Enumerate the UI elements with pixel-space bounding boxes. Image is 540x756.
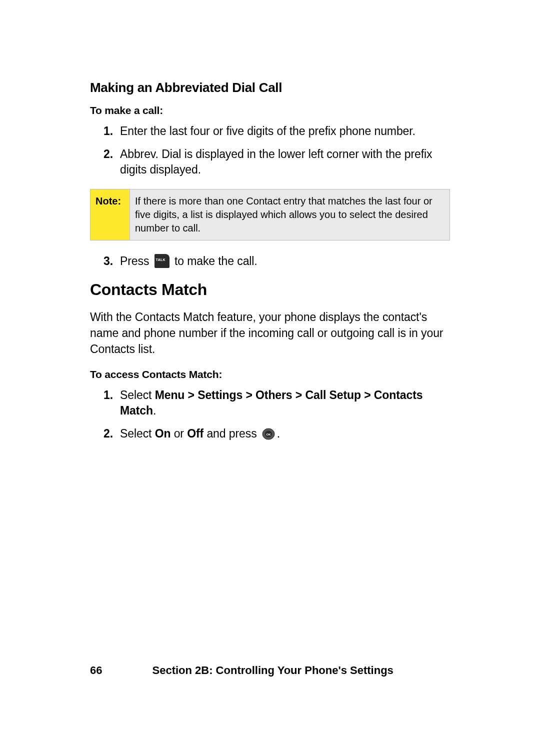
note-box: Note: If there is more than one Contact … <box>90 189 450 240</box>
step-text: Select On or Off and press OK . <box>120 426 450 442</box>
step-text-pre: Press <box>120 254 152 268</box>
ok-key-icon: OK <box>262 428 275 440</box>
note-body: If there is more than one Contact entry … <box>130 190 450 240</box>
steps-list-1b: 3. Press to make the call. <box>90 254 450 270</box>
manual-page: Making an Abbreviated Dial Call To make … <box>0 0 540 756</box>
heading-contacts-match: Contacts Match <box>90 280 450 299</box>
heading-abbrev-dial: Making an Abbreviated Dial Call <box>90 80 450 96</box>
txt-f: . <box>277 427 280 440</box>
page-footer: 66 Section 2B: Controlling Your Phone's … <box>90 664 450 677</box>
step-item: 2. Abbrev. Dial is displayed in the lowe… <box>90 146 450 178</box>
page-number: 66 <box>90 664 102 677</box>
step-text: Press to make the call. <box>120 254 450 270</box>
step-number: 3. <box>90 254 120 270</box>
menu-path: Menu > Settings > Others > Call Setup > … <box>120 388 422 418</box>
step-number: 1. <box>90 388 120 419</box>
step-text: Select Menu > Settings > Others > Call S… <box>120 388 450 419</box>
step-item: 3. Press to make the call. <box>90 254 450 270</box>
step-item: 2. Select On or Off and press OK . <box>90 426 450 442</box>
step-item: 1. Enter the last four or five digits of… <box>90 124 450 140</box>
note-label: Note: <box>90 190 130 240</box>
step-item: 1. Select Menu > Settings > Others > Cal… <box>90 388 450 419</box>
txt-a: Select <box>120 427 155 440</box>
svg-text:OK: OK <box>266 432 271 436</box>
step-number: 2. <box>90 426 120 442</box>
step-text-post: . <box>153 404 156 417</box>
step-number: 2. <box>90 146 120 178</box>
lead-access-contacts-match: To access Contacts Match: <box>90 368 450 380</box>
step-text-pre: Select <box>120 388 155 402</box>
steps-list-1: 1. Enter the last four or five digits of… <box>90 124 450 178</box>
section-title: Section 2B: Controlling Your Phone's Set… <box>152 664 393 677</box>
steps-list-2: 1. Select Menu > Settings > Others > Cal… <box>90 388 450 442</box>
lead-to-make-call: To make a call: <box>90 104 450 116</box>
txt-c: or <box>170 427 187 440</box>
step-number: 1. <box>90 124 120 140</box>
step-text: Abbrev. Dial is displayed in the lower l… <box>120 146 450 178</box>
txt-e: and press <box>204 427 260 440</box>
paragraph-contacts-match: With the Contacts Match feature, your ph… <box>90 309 450 358</box>
talk-key-icon <box>154 254 170 268</box>
step-text: Enter the last four or five digits of th… <box>120 124 450 140</box>
step-text-post: to make the call. <box>172 254 258 268</box>
option-off: Off <box>187 427 204 440</box>
option-on: On <box>155 427 171 440</box>
